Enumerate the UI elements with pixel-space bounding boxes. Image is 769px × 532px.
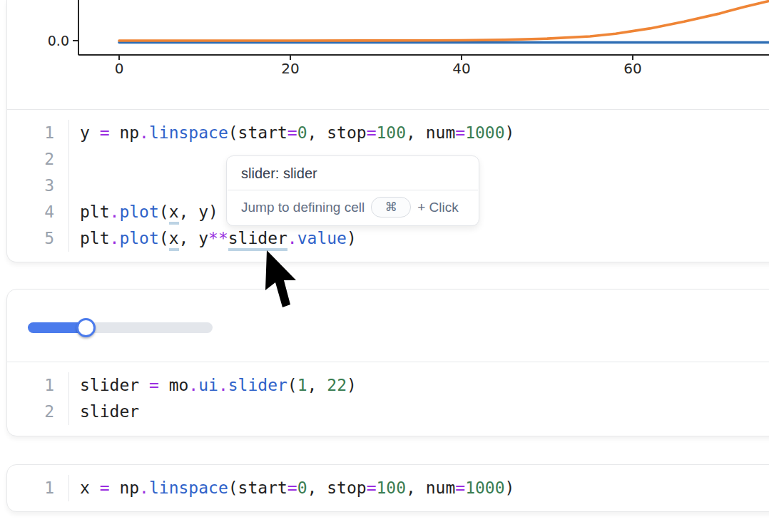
code-line[interactable]: 1slider = mo.ui.slider(1, 22)	[7, 372, 769, 399]
code-token: )	[505, 123, 515, 142]
code-text: slider	[69, 399, 139, 425]
command-icon: ⌘	[385, 200, 397, 215]
code-token: )	[347, 229, 357, 247]
code-text: x = np.linspace(start=0, stop=100, num=1…	[69, 475, 514, 501]
code-token: =	[287, 123, 297, 142]
code-editor-x[interactable]: 1x = np.linspace(start=0, stop=100, num=…	[7, 465, 769, 511]
code-token: , num	[406, 479, 455, 497]
svg-text:60: 60	[623, 60, 641, 77]
code-line[interactable]: 5plt.plot(x, y**slider.value)	[7, 225, 769, 252]
code-token: (	[159, 203, 169, 221]
code-token: .	[188, 376, 198, 394]
code-token: y	[80, 123, 100, 142]
code-token: .	[218, 376, 228, 394]
code-text: plt.plot(x, y**slider.value)	[69, 225, 357, 252]
line-number: 1	[7, 120, 69, 146]
code-token: linspace	[149, 479, 228, 497]
code-token: )	[347, 376, 357, 394]
code-token: 100	[377, 479, 407, 497]
code-token: ui	[198, 376, 218, 394]
svg-text:20: 20	[281, 60, 299, 77]
code-token: .	[139, 123, 149, 142]
svg-text:0.0: 0.0	[48, 33, 69, 48]
code-token: .	[110, 229, 120, 247]
svg-text:0: 0	[115, 60, 124, 77]
code-token: slider	[228, 376, 287, 394]
code-token: plot	[119, 229, 158, 247]
line-number: 2	[7, 146, 69, 173]
code-token: .	[287, 229, 297, 247]
code-token: 1000	[465, 479, 504, 497]
code-token: =	[100, 479, 110, 497]
notebook-screen: 0.00204060 1y = np.linspace(start=0, sto…	[0, 0, 769, 532]
code-text: y = np.linspace(start=0, stop=100, num=1…	[69, 120, 514, 146]
code-token: (start	[228, 123, 287, 142]
slider-thumb[interactable]	[76, 318, 96, 337]
code-token: (	[159, 229, 169, 247]
code-token: linspace	[149, 123, 228, 142]
code-token: np	[110, 479, 140, 497]
code-token: .	[110, 203, 120, 221]
slider-cell: 1slider = mo.ui.slider(1, 22)2slider	[6, 289, 769, 436]
code-editor-slider[interactable]: 1slider = mo.ui.slider(1, 22)2slider	[7, 362, 769, 434]
slider-track[interactable]	[28, 322, 213, 333]
code-token: 22	[327, 376, 347, 394]
code-line[interactable]: 1y = np.linspace(start=0, stop=100, num=…	[7, 120, 769, 146]
x-cell: 1x = np.linspace(start=0, stop=100, num=…	[6, 464, 769, 512]
code-text: plt.plot(x, y)	[69, 199, 218, 225]
code-token: (	[287, 376, 297, 394]
code-token: 0	[297, 123, 307, 142]
code-token: =	[367, 123, 377, 142]
variable-tooltip: slider: slider Jump to defining cell ⌘ +…	[226, 155, 479, 226]
code-token: =	[149, 376, 159, 394]
slider-output	[7, 290, 769, 362]
line-number: 5	[7, 225, 69, 252]
code-token: =	[367, 479, 377, 497]
code-token: value	[297, 229, 347, 247]
line-number: 2	[7, 399, 69, 425]
code-text	[69, 173, 90, 199]
svg-text:40: 40	[452, 60, 470, 77]
code-token: 1	[297, 376, 307, 394]
code-token: 100	[377, 123, 407, 142]
variable-reference[interactable]: slider	[228, 229, 287, 251]
code-text: slider = mo.ui.slider(1, 22)	[69, 372, 357, 399]
tooltip-action-label: Jump to defining cell	[241, 200, 365, 215]
code-token: , y)	[179, 203, 218, 221]
line-number: 4	[7, 199, 69, 225]
variable-reference[interactable]: x	[169, 203, 179, 225]
code-token: =	[287, 479, 297, 497]
code-token: 1000	[465, 123, 504, 142]
tooltip-click-suffix: + Click	[417, 200, 459, 215]
code-token: plt	[80, 229, 110, 247]
line-chart: 0.00204060	[7, 0, 769, 109]
code-token: .	[139, 479, 149, 497]
code-token: plt	[80, 203, 110, 221]
code-token: =	[455, 479, 465, 497]
code-line[interactable]: 1x = np.linspace(start=0, stop=100, num=…	[7, 475, 769, 501]
variable-reference[interactable]: x	[169, 229, 179, 251]
chart-output: 0.00204060	[7, 0, 769, 109]
code-token: )	[505, 479, 515, 497]
code-token: ,	[307, 376, 327, 394]
code-token: =	[100, 123, 110, 142]
code-line[interactable]: 2slider	[7, 399, 769, 425]
line-number: 1	[7, 475, 69, 501]
code-token: plot	[119, 203, 158, 221]
code-token: slider	[80, 402, 139, 421]
code-token: (start	[228, 479, 287, 497]
code-token: , stop	[307, 479, 367, 497]
code-token: , num	[406, 123, 455, 142]
code-text	[69, 146, 90, 173]
code-token: slider	[80, 376, 149, 394]
code-token: **	[208, 229, 228, 247]
line-number: 3	[7, 173, 69, 199]
code-token: 0	[297, 479, 307, 497]
command-key-kbd: ⌘	[371, 197, 411, 218]
code-token: x	[80, 479, 100, 497]
line-number: 1	[7, 372, 69, 399]
code-token: , y	[179, 229, 209, 247]
code-token: mo	[159, 376, 189, 394]
code-token: , stop	[307, 123, 367, 142]
code-token: np	[110, 123, 140, 142]
